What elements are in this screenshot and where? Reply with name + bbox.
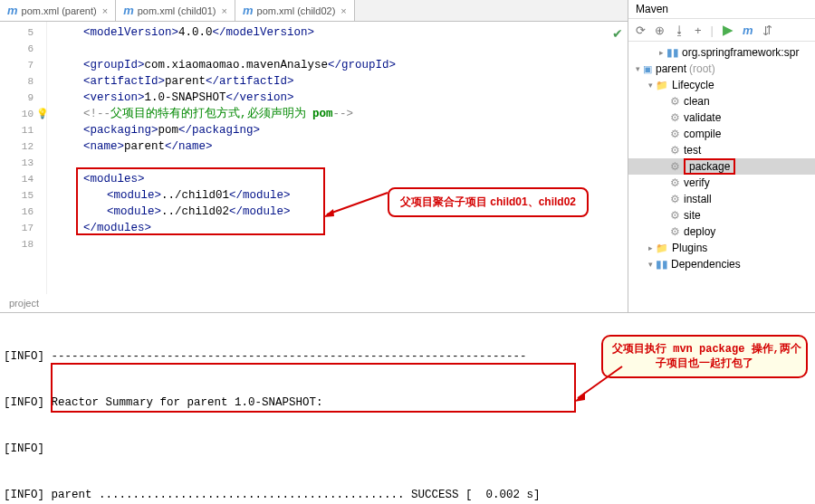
run-icon[interactable]: ▶ <box>723 22 734 38</box>
tab-child02[interactable]: mpom.xml (child02)× <box>235 0 355 21</box>
collapse-icon[interactable]: ⊕ <box>655 24 665 37</box>
maven-icon[interactable]: m <box>743 24 753 37</box>
goal-deploy[interactable]: ⚙deploy <box>628 223 815 240</box>
close-icon[interactable]: × <box>102 5 108 16</box>
editor-area: mpom.xml (parent)× mpom.xml (child01)× m… <box>0 0 628 312</box>
goal-site[interactable]: ⚙site <box>628 207 815 223</box>
goal-install[interactable]: ⚙install <box>628 191 815 207</box>
breadcrumb[interactable]: project <box>0 294 628 312</box>
goal-compile[interactable]: ⚙compile <box>628 126 815 142</box>
code-body[interactable]: <modelVersion>4.0.0</modelVersion> <grou… <box>47 22 396 294</box>
close-icon[interactable]: × <box>222 5 227 16</box>
tab-child01[interactable]: mpom.xml (child01)× <box>116 0 235 21</box>
goal-clean[interactable]: ⚙clean <box>628 93 815 109</box>
code-pane[interactable]: 56789 💡10 1112131415161718 <modelVersion… <box>0 22 628 294</box>
goal-verify[interactable]: ⚙verify <box>628 175 815 191</box>
annotation-box-modules <box>76 167 325 235</box>
add-icon[interactable]: + <box>695 24 702 37</box>
maven-file-icon: m <box>7 4 18 17</box>
reload-icon[interactable]: ⟳ <box>636 24 646 37</box>
goal-package[interactable]: ⚙package <box>628 158 815 175</box>
maven-title: Maven <box>628 0 815 19</box>
maven-tree: ▸▮▮org.springframework:spr ▾▣parent(root… <box>628 42 815 275</box>
close-icon[interactable]: × <box>340 5 346 16</box>
maven-toolbar: ⟳ ⊕ ⭳ + | ▶ m ⇵ <box>628 19 815 42</box>
maven-panel: Maven ⟳ ⊕ ⭳ + | ▶ m ⇵ ▸▮▮org.springframe… <box>628 0 815 312</box>
tree-deps[interactable]: ▾▮▮Dependencies <box>628 256 815 272</box>
maven-file-icon: m <box>243 4 254 17</box>
tree-spring[interactable]: ▸▮▮org.springframework:spr <box>628 44 815 61</box>
callout-console: 父项目执行 mvn package 操作,两个子项目也一起打包了 <box>601 335 808 378</box>
tree-plugins[interactable]: ▸📁Plugins <box>628 240 815 256</box>
callout-modules: 父项目聚合子项目 child01、child02 <box>388 187 589 217</box>
tree-root[interactable]: ▾▣parent(root) <box>628 61 815 77</box>
tree-lifecycle[interactable]: ▾📁Lifecycle <box>628 77 815 93</box>
toggle-icon[interactable]: ⇵ <box>762 24 772 37</box>
download-icon[interactable]: ⭳ <box>674 24 686 37</box>
annotation-box-console <box>51 363 576 413</box>
goal-validate[interactable]: ⚙validate <box>628 109 815 126</box>
build-console[interactable]: [INFO] ---------------------------------… <box>0 313 815 504</box>
editor-tabs: mpom.xml (parent)× mpom.xml (child01)× m… <box>0 0 628 22</box>
maven-file-icon: m <box>123 4 134 17</box>
bulb-icon[interactable]: 💡 <box>36 106 49 122</box>
gutter: 56789 💡10 1112131415161718 <box>0 22 47 294</box>
goal-test[interactable]: ⚙test <box>628 142 815 158</box>
tab-parent[interactable]: mpom.xml (parent)× <box>0 0 116 21</box>
